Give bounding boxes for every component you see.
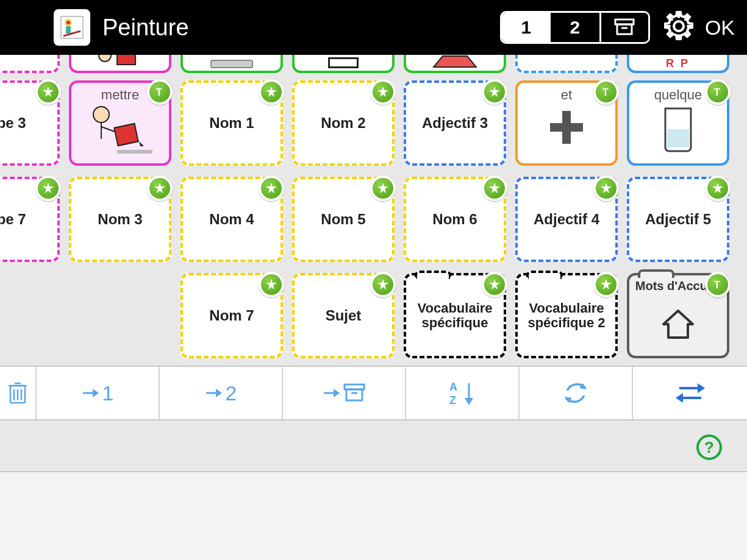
page-toggle: 1 2 xyxy=(500,11,650,44)
home-icon xyxy=(660,307,696,341)
cell-label: Sujet xyxy=(322,308,365,324)
cell-label: Nom 3 xyxy=(94,211,146,227)
cell-label: Nom 7 xyxy=(206,308,257,324)
svg-text:?: ? xyxy=(704,438,714,456)
svg-marker-32 xyxy=(266,183,277,193)
svg-text:R: R xyxy=(666,57,674,69)
svg-rect-10 xyxy=(117,55,135,65)
settings-button[interactable] xyxy=(663,11,694,44)
t-badge-icon: T xyxy=(147,79,173,105)
page-title: Peinture xyxy=(102,15,189,41)
cell-nom4[interactable]: Nom 4 xyxy=(180,177,283,262)
cell-label: rbe 7 xyxy=(0,211,30,227)
cell-nom2[interactable]: Nom 2 xyxy=(292,80,395,166)
ok-button[interactable]: OK xyxy=(705,16,735,40)
page-1-button[interactable]: 1 xyxy=(502,13,551,42)
header-controls: 1 2 OK xyxy=(500,11,735,44)
cell-label: mettre xyxy=(98,88,143,102)
cell-sujet[interactable]: Sujet xyxy=(292,273,395,358)
svg-marker-40 xyxy=(601,279,612,289)
swap-button[interactable] xyxy=(633,367,747,419)
cell-partial-top-5[interactable] xyxy=(515,55,618,73)
cell-partial-top-0[interactable] xyxy=(0,55,60,73)
star-badge-icon xyxy=(35,175,61,201)
cell-partial-top-6[interactable]: RP xyxy=(627,55,729,73)
star-badge-icon xyxy=(370,272,396,297)
folder-tab-icon xyxy=(415,271,451,279)
cell-nom5[interactable]: Nom 5 xyxy=(292,177,395,262)
cell-partial-top-4[interactable] xyxy=(404,55,506,73)
svg-marker-37 xyxy=(266,279,277,289)
cell-vocab2[interactable]: Vocabulaire spécifique 2 xyxy=(515,273,618,358)
cell-label: Nom 2 xyxy=(317,115,369,131)
folder-tab-icon xyxy=(526,271,563,279)
svg-marker-64 xyxy=(698,383,705,393)
trash-button[interactable] xyxy=(0,367,37,419)
svg-marker-34 xyxy=(489,183,500,193)
svg-marker-39 xyxy=(489,279,500,289)
svg-marker-35 xyxy=(601,183,612,193)
star-badge-icon xyxy=(705,175,731,201)
svg-marker-49 xyxy=(93,389,99,397)
svg-marker-38 xyxy=(377,279,388,289)
cell-label: Vocabulaire spécifique 2 xyxy=(518,301,615,330)
svg-marker-60 xyxy=(465,398,473,405)
refresh-button[interactable] xyxy=(520,367,633,419)
svg-rect-55 xyxy=(346,389,362,400)
star-badge-icon xyxy=(593,175,619,201)
svg-point-2 xyxy=(66,21,70,24)
move-to-page-1-button[interactable]: 1 xyxy=(37,367,160,419)
sort-az-button[interactable]: A Z xyxy=(406,367,520,419)
cell-vocab1[interactable]: Vocabulaire spécifique xyxy=(404,273,506,358)
cell-mettre[interactable]: mettre T xyxy=(69,80,171,166)
svg-point-8 xyxy=(674,21,684,31)
star-badge-icon xyxy=(259,175,284,201)
svg-text:T: T xyxy=(156,87,162,97)
cell-partial-top-1[interactable] xyxy=(69,55,171,73)
move-to-archive-button[interactable] xyxy=(283,367,406,419)
cell-partial-top-3[interactable] xyxy=(292,55,395,73)
svg-marker-14 xyxy=(43,87,54,97)
help-button[interactable]: ? xyxy=(696,434,723,463)
star-badge-icon xyxy=(482,272,507,297)
svg-rect-28 xyxy=(667,129,689,147)
footer-area: ? xyxy=(0,420,747,472)
svg-text:Z: Z xyxy=(449,394,456,406)
label: 1 xyxy=(102,381,114,405)
cell-nom6[interactable]: Nom 6 xyxy=(404,177,506,262)
svg-rect-3 xyxy=(66,26,71,34)
cell-label: Nom 4 xyxy=(206,211,257,227)
star-badge-icon xyxy=(259,79,284,105)
cell-et[interactable]: et T xyxy=(515,80,618,166)
cell-label: Adjectif 5 xyxy=(642,211,715,227)
header-bar: Peinture 1 2 OK xyxy=(0,0,747,55)
svg-marker-53 xyxy=(334,389,340,397)
cell-verbe7[interactable]: rbe 7 xyxy=(0,177,60,262)
cell-nom7[interactable]: Nom 7 xyxy=(180,273,283,358)
cell-label: et xyxy=(557,88,576,102)
star-badge-icon xyxy=(370,175,396,201)
cell-verbe3[interactable]: rbe 3 xyxy=(0,80,60,166)
page-2-button[interactable]: 2 xyxy=(551,13,599,42)
svg-text:P: P xyxy=(681,57,688,69)
archive-button[interactable] xyxy=(599,13,648,42)
cell-label: Nom 1 xyxy=(206,115,257,131)
svg-marker-66 xyxy=(676,393,683,403)
cell-nom3[interactable]: Nom 3 xyxy=(69,177,171,262)
star-badge-icon xyxy=(593,272,619,297)
cell-quelque[interactable]: quelque T xyxy=(627,80,729,166)
cell-adj4[interactable]: Adjectif 4 xyxy=(515,177,618,262)
label: 2 xyxy=(226,381,237,405)
cell-partial-top-2[interactable] xyxy=(180,55,283,73)
svg-text:T: T xyxy=(602,87,609,97)
cell-adj5[interactable]: Adjectif 5 xyxy=(627,177,729,262)
move-to-page-2-button[interactable]: 2 xyxy=(160,367,283,419)
svg-text:T: T xyxy=(714,87,720,97)
svg-marker-51 xyxy=(216,389,222,397)
cell-adj3[interactable]: Adjectif 3 xyxy=(404,80,506,166)
cell-nom1[interactable]: Nom 1 xyxy=(180,80,283,166)
svg-marker-36 xyxy=(712,183,723,193)
cell-mots-accueil[interactable]: Mots d'Accueil T xyxy=(627,273,729,358)
cell-label: Nom 5 xyxy=(317,211,369,227)
t-badge-icon: T xyxy=(705,272,731,297)
